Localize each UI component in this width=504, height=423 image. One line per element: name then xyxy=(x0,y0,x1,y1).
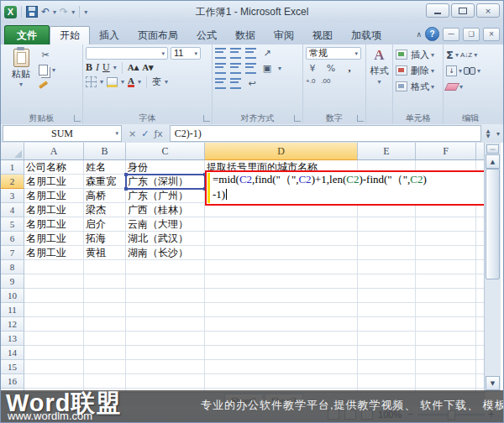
cell-C4[interactable]: 广西（桂林） xyxy=(126,203,205,217)
cell-D16[interactable] xyxy=(205,374,358,389)
cell-F5[interactable] xyxy=(416,217,476,232)
insert-cells-button[interactable]: 插入▾ xyxy=(396,47,440,62)
styles-button[interactable]: 样式 xyxy=(370,65,389,77)
scroll-down-icon[interactable]: ▼ xyxy=(486,376,500,390)
formula-input[interactable]: C2)-1) xyxy=(170,125,481,142)
cell-B15[interactable] xyxy=(84,360,126,374)
cell-D6[interactable] xyxy=(205,232,358,246)
cell-B3[interactable]: 高桥 xyxy=(84,189,126,203)
font-name-dropdown[interactable]: ▾ xyxy=(86,47,168,60)
row-header-9[interactable]: 9 xyxy=(1,274,24,289)
number-format-dropdown[interactable]: 常规▾ xyxy=(306,47,361,60)
cell-F14[interactable] xyxy=(416,346,476,360)
tab-file[interactable]: 文件 xyxy=(4,25,50,44)
cell-A11[interactable] xyxy=(24,303,84,317)
workbook-restore-button[interactable]: ❑ xyxy=(463,28,480,41)
workbook-minimize-button[interactable]: — xyxy=(443,28,459,41)
align-bottom-icon[interactable] xyxy=(245,48,256,59)
workbook-close-button[interactable]: × xyxy=(483,28,500,41)
cell-C10[interactable] xyxy=(126,289,205,303)
cell-E11[interactable] xyxy=(358,303,416,317)
phonetic-guide-icon[interactable]: 变 xyxy=(152,76,161,88)
cell-F11[interactable] xyxy=(416,303,476,317)
cell-A9[interactable] xyxy=(24,274,84,289)
sort-filter-icon[interactable]: A↓Z xyxy=(460,52,472,58)
copy-icon[interactable] xyxy=(39,65,48,76)
cell-F15[interactable] xyxy=(416,360,476,374)
select-all-corner[interactable] xyxy=(1,143,24,160)
cell-B11[interactable] xyxy=(84,303,126,317)
clipboard-dialog-launcher[interactable] xyxy=(74,115,81,122)
row-header-2[interactable]: 2 xyxy=(1,175,24,189)
cell-D13[interactable] xyxy=(205,332,358,346)
delete-cells-button[interactable]: 删除▾ xyxy=(396,63,440,78)
row-header-14[interactable]: 14 xyxy=(1,346,24,360)
currency-icon[interactable]: ¥ xyxy=(306,62,319,75)
format-painter-icon[interactable] xyxy=(39,81,48,89)
cell-D8[interactable] xyxy=(205,260,358,274)
minimize-button[interactable] xyxy=(426,3,449,18)
underline-icon[interactable]: U xyxy=(102,61,110,74)
d2-formula-annotation-box[interactable]: =mid(C2,find("（",C2)+1,len(C2)-find("（",… xyxy=(205,170,488,206)
vertical-scrollbar[interactable]: — ▲ ▼ xyxy=(484,143,501,392)
cut-icon[interactable]: ✂ xyxy=(39,49,52,61)
cell-B16[interactable] xyxy=(84,374,126,389)
tab-page-layout[interactable]: 页面布局 xyxy=(129,27,187,44)
format-cells-button[interactable]: 格式▾ xyxy=(396,79,440,94)
increase-indent-icon[interactable] xyxy=(230,78,241,89)
cell-C6[interactable]: 湖北（武汉） xyxy=(126,232,205,246)
cell-D10[interactable] xyxy=(205,289,358,303)
cell-F13[interactable] xyxy=(416,332,476,346)
cell-C9[interactable] xyxy=(126,274,205,289)
wrap-text-icon[interactable]: ↩ xyxy=(245,77,259,90)
tab-addins[interactable]: 加载项 xyxy=(342,27,391,44)
tab-view[interactable]: 视图 xyxy=(303,27,342,44)
cell-F8[interactable] xyxy=(416,260,476,274)
find-select-icon[interactable] xyxy=(464,67,475,75)
cell-C14[interactable] xyxy=(126,346,205,360)
enter-icon[interactable]: ✓ xyxy=(141,128,149,139)
cell-C5[interactable]: 云南（大理） xyxy=(126,217,205,232)
tab-data[interactable]: 数据 xyxy=(226,27,265,44)
cell-F7[interactable] xyxy=(416,246,476,260)
cell-D11[interactable] xyxy=(205,303,358,317)
tab-review[interactable]: 审阅 xyxy=(265,27,303,44)
cell-C13[interactable] xyxy=(126,332,205,346)
cell-D15[interactable] xyxy=(205,360,358,374)
cell-C16[interactable] xyxy=(126,374,205,389)
cell-A2[interactable]: 名朋工业 xyxy=(24,175,84,189)
cell-F10[interactable] xyxy=(416,289,476,303)
cell-D7[interactable] xyxy=(205,246,358,260)
cell-C15[interactable] xyxy=(126,360,205,374)
column-header-B[interactable]: B xyxy=(84,143,126,160)
row-header-15[interactable]: 15 xyxy=(1,360,24,374)
cell-E9[interactable] xyxy=(358,274,416,289)
grow-font-icon[interactable]: A▴ xyxy=(128,62,139,73)
orientation-icon[interactable]: ↗ xyxy=(260,47,274,60)
row-header-6[interactable]: 6 xyxy=(1,232,24,246)
align-right-icon[interactable] xyxy=(245,63,256,74)
cell-B13[interactable] xyxy=(84,332,126,346)
align-center-icon[interactable] xyxy=(230,63,241,74)
alignment-dialog-launcher[interactable] xyxy=(294,115,301,122)
row-header-5[interactable]: 5 xyxy=(1,217,24,232)
cell-E7[interactable] xyxy=(358,246,416,260)
row-header-12[interactable]: 12 xyxy=(1,317,24,332)
autosum-icon[interactable]: Σ xyxy=(446,49,454,61)
cell-B5[interactable]: 启介 xyxy=(84,217,126,232)
row-header-4[interactable]: 4 xyxy=(1,203,24,217)
number-dialog-launcher[interactable] xyxy=(357,115,364,122)
cell-B12[interactable] xyxy=(84,317,126,332)
cell-C2[interactable]: 广东（深圳） xyxy=(126,175,205,189)
row-header-8[interactable]: 8 xyxy=(1,260,24,274)
align-left-icon[interactable] xyxy=(215,63,226,74)
cell-B4[interactable]: 梁杰 xyxy=(84,203,126,217)
insert-function-icon[interactable]: ƒx xyxy=(154,128,162,139)
cell-C8[interactable] xyxy=(126,260,205,274)
cell-A1[interactable]: 公司名称 xyxy=(24,160,84,175)
merge-center-icon[interactable]: ▣ xyxy=(260,62,274,75)
cell-A14[interactable] xyxy=(24,346,84,360)
column-header-E[interactable]: E xyxy=(358,143,416,160)
tab-formulas[interactable]: 公式 xyxy=(187,27,226,44)
cell-C1[interactable]: 身份 xyxy=(126,160,205,175)
